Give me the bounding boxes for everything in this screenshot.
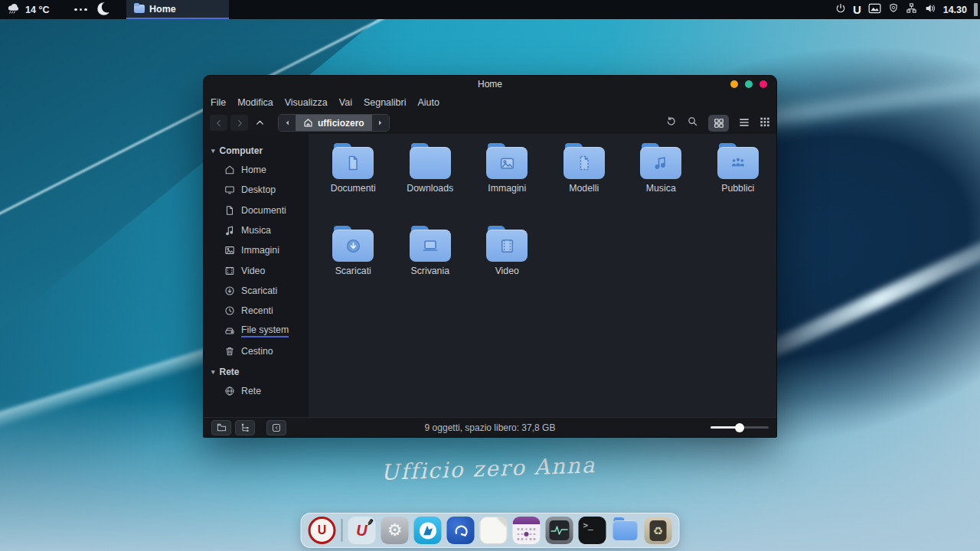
clock[interactable]: 14.30 <box>943 5 967 15</box>
document-glyph-icon <box>344 154 362 172</box>
screenshot-icon[interactable] <box>868 3 881 17</box>
sidebar-item-immagini[interactable]: Immagini <box>204 240 309 260</box>
dock-separator <box>341 519 343 542</box>
chevron-down-icon: ▾ <box>211 147 215 155</box>
sidebar-item-label: Recenti <box>241 305 273 316</box>
refresh-icon[interactable] <box>665 116 677 130</box>
drive-icon <box>224 326 235 337</box>
sidebar-item-rete[interactable]: Rete <box>204 381 309 401</box>
menu-aiuto[interactable]: Aiuto <box>418 97 440 108</box>
sidebar-item-cestino[interactable]: Cestino <box>204 341 309 361</box>
folder-video[interactable]: Video <box>469 226 546 296</box>
folder-modelli[interactable]: Modelli <box>546 143 623 214</box>
list-view-button[interactable] <box>739 116 750 130</box>
sidebar: ▾ Computer Home Desktop Documenti <box>204 134 309 417</box>
zoom-slider[interactable] <box>710 422 769 433</box>
back-button[interactable] <box>210 115 227 131</box>
menu-vai[interactable]: Vai <box>339 97 352 108</box>
file-manager-window: Home File Modifica Visualizza Vai Segnal… <box>203 75 777 438</box>
folder-downloads[interactable]: Downloads <box>392 143 469 214</box>
menu-modifica[interactable]: Modifica <box>237 97 273 108</box>
sidebar-item-label: Cestino <box>241 346 273 357</box>
folder-musica[interactable]: Musica <box>622 143 700 214</box>
document-icon <box>224 205 235 216</box>
sidebar-item-filesystem[interactable]: File system <box>204 321 309 341</box>
dock-item-file-manager[interactable] <box>612 517 639 544</box>
search-icon[interactable] <box>687 116 698 130</box>
desktop-glyph-icon <box>420 236 440 256</box>
dock-item-settings[interactable]: ⚙ <box>381 517 409 544</box>
forward-button[interactable] <box>230 115 248 131</box>
sidebar-item-video[interactable]: Video <box>204 260 309 280</box>
sidebar-item-documenti[interactable]: Documenti <box>204 201 309 220</box>
music-icon <box>224 225 235 236</box>
folder-scaricati[interactable]: Scaricati <box>315 226 392 296</box>
weather-temp: 14 °C <box>25 5 49 15</box>
minimize-button[interactable] <box>730 80 738 88</box>
system-monitor-icon <box>550 520 570 540</box>
menu-dots-icon[interactable] <box>74 0 87 19</box>
dock-item-ufficiozero-writer[interactable]: U ✎ <box>348 517 376 544</box>
icon-view-button[interactable] <box>708 115 729 132</box>
volume-icon[interactable] <box>924 2 936 18</box>
home-icon <box>224 165 235 175</box>
maximize-button[interactable] <box>745 80 753 88</box>
music-glyph-icon <box>652 154 670 172</box>
chevron-down-icon: ▾ <box>211 368 215 376</box>
folder-pubblici[interactable]: Pubblici <box>700 143 777 214</box>
moon-icon[interactable] <box>96 1 113 20</box>
panel-handle[interactable] <box>974 3 978 16</box>
folder-immagini[interactable]: Immagini <box>469 143 546 214</box>
sidebar-section-computer[interactable]: ▾ Computer <box>204 142 309 160</box>
taskbar-item-home[interactable]: Home <box>126 0 229 19</box>
sidebar-item-scaricati[interactable]: Scaricati <box>204 281 309 301</box>
dock-item-ufficiozero-menu[interactable]: U <box>309 517 336 544</box>
sidebar-item-label: Musica <box>241 225 271 236</box>
menu-visualizza[interactable]: Visualizza <box>285 97 328 108</box>
dock-item-thunderbird[interactable] <box>447 517 475 544</box>
sidebar-item-label: Documenti <box>241 205 286 216</box>
sidebar-item-label: Immagini <box>241 245 279 256</box>
compact-view-button[interactable] <box>760 116 770 130</box>
sidebar-item-recenti[interactable]: Recenti <box>204 301 309 321</box>
sidebar-item-label: Rete <box>241 386 261 396</box>
dock-item-terminal[interactable]: >_ <box>579 517 606 544</box>
shield-icon[interactable] <box>888 2 899 17</box>
menu-file[interactable]: File <box>211 97 226 108</box>
dock-item-system-monitor[interactable] <box>546 517 573 544</box>
folder-documenti[interactable]: Documenti <box>315 143 392 214</box>
gear-icon: ⚙ <box>387 520 403 540</box>
sidebar-item-musica[interactable]: Musica <box>204 220 309 240</box>
path-scroll-left-button[interactable] <box>279 115 296 131</box>
dock-item-calendar[interactable] <box>513 517 541 544</box>
home-icon <box>303 118 313 128</box>
folder-label: Video <box>495 266 519 276</box>
dock-item-notes[interactable] <box>480 517 508 544</box>
people-glyph-icon <box>728 153 748 173</box>
ufficiozero-logo-icon[interactable]: U <box>853 4 861 15</box>
sidebar-item-home[interactable]: Home <box>204 160 309 180</box>
network-icon[interactable] <box>906 2 917 17</box>
clock-icon <box>224 305 235 316</box>
file-view[interactable]: Documenti Downloads Immagini <box>309 134 776 417</box>
close-button[interactable] <box>760 80 767 88</box>
window-titlebar[interactable]: Home <box>204 76 776 93</box>
thunderbird-icon <box>451 520 471 540</box>
weather-widget[interactable]: 14 °C <box>6 0 49 19</box>
path-scroll-right-button[interactable] <box>372 115 389 131</box>
pen-icon: ✎ <box>364 518 375 527</box>
download-glyph-icon <box>344 236 363 256</box>
terminal-icon: >_ <box>583 520 593 530</box>
up-button[interactable] <box>251 115 269 131</box>
path-segment-home[interactable]: ufficiozero <box>296 115 372 131</box>
section-label: Rete <box>220 367 240 377</box>
folder-scrivania[interactable]: Scrivania <box>392 226 469 296</box>
dock-item-trash[interactable]: ♻ <box>645 517 672 544</box>
dock-item-librewolf[interactable] <box>414 517 442 544</box>
ufficiozero-menu-icon: U <box>318 523 327 537</box>
sidebar-section-rete[interactable]: ▾ Rete <box>204 363 309 381</box>
menu-segnalibri[interactable]: Segnalibri <box>364 97 407 108</box>
power-icon[interactable] <box>835 3 846 17</box>
zoom-slider-knob[interactable] <box>735 423 744 432</box>
sidebar-item-desktop[interactable]: Desktop <box>204 180 309 200</box>
